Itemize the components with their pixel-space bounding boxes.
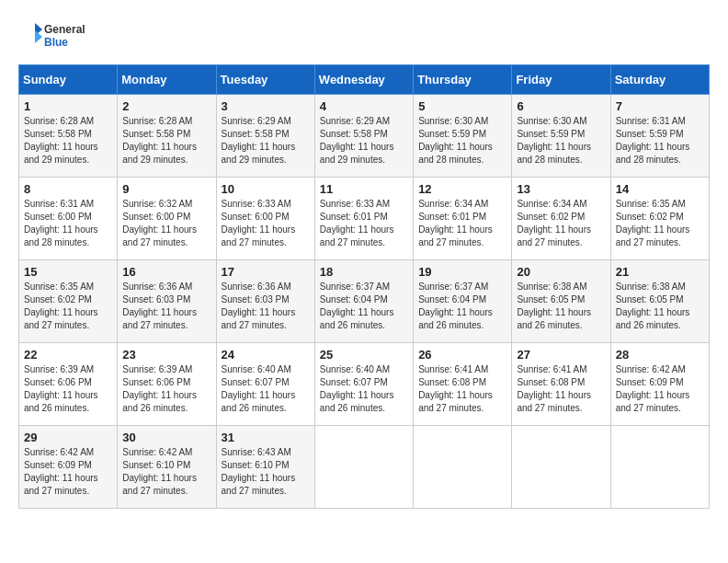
cell-content: Sunrise: 6:43 AMSunset: 6:10 PMDaylight:… bbox=[222, 447, 296, 496]
col-header-wednesday: Wednesday bbox=[314, 65, 413, 95]
calendar-cell: 9Sunrise: 6:32 AMSunset: 6:00 PMDaylight… bbox=[118, 178, 216, 260]
cell-content: Sunrise: 6:33 AMSunset: 6:00 PMDaylight:… bbox=[222, 199, 296, 247]
day-number: 22 bbox=[24, 348, 112, 362]
calendar-cell: 5Sunrise: 6:30 AMSunset: 5:59 PMDaylight… bbox=[414, 95, 512, 178]
calendar-cell: 18Sunrise: 6:37 AMSunset: 6:04 PMDayligh… bbox=[314, 260, 413, 343]
col-header-tuesday: Tuesday bbox=[216, 65, 314, 95]
day-number: 27 bbox=[517, 348, 605, 362]
calendar-cell: 25Sunrise: 6:40 AMSunset: 6:07 PMDayligh… bbox=[314, 343, 413, 426]
cell-content: Sunrise: 6:29 AMSunset: 5:58 PMDaylight:… bbox=[320, 116, 394, 165]
page-header: General Blue bbox=[18, 18, 710, 55]
svg-text:General: General bbox=[44, 23, 85, 36]
calendar-cell: 3Sunrise: 6:29 AMSunset: 5:58 PMDaylight… bbox=[216, 95, 314, 178]
day-number: 13 bbox=[517, 182, 605, 196]
day-number: 15 bbox=[24, 265, 112, 279]
calendar-cell: 26Sunrise: 6:41 AMSunset: 6:08 PMDayligh… bbox=[414, 343, 512, 426]
day-number: 25 bbox=[320, 348, 408, 362]
calendar-cell: 23Sunrise: 6:39 AMSunset: 6:06 PMDayligh… bbox=[118, 343, 216, 426]
svg-text:Blue: Blue bbox=[44, 36, 68, 49]
cell-content: Sunrise: 6:32 AMSunset: 6:00 PMDaylight:… bbox=[122, 199, 197, 247]
day-number: 14 bbox=[616, 182, 704, 196]
day-number: 17 bbox=[222, 265, 310, 279]
cell-content: Sunrise: 6:41 AMSunset: 6:08 PMDaylight:… bbox=[517, 364, 591, 413]
cell-content: Sunrise: 6:40 AMSunset: 6:07 PMDaylight:… bbox=[222, 364, 296, 413]
cell-content: Sunrise: 6:38 AMSunset: 6:05 PMDaylight:… bbox=[616, 282, 690, 330]
logo: General Blue bbox=[18, 18, 110, 55]
calendar-cell: 20Sunrise: 6:38 AMSunset: 6:05 PMDayligh… bbox=[512, 260, 610, 343]
calendar-cell: 27Sunrise: 6:41 AMSunset: 6:08 PMDayligh… bbox=[512, 343, 610, 426]
day-number: 5 bbox=[418, 99, 506, 113]
calendar-cell: 22Sunrise: 6:39 AMSunset: 6:06 PMDayligh… bbox=[19, 343, 118, 426]
day-number: 8 bbox=[24, 182, 112, 196]
day-number: 23 bbox=[122, 348, 210, 362]
col-header-thursday: Thursday bbox=[414, 65, 512, 95]
calendar-cell: 30Sunrise: 6:42 AMSunset: 6:10 PMDayligh… bbox=[118, 426, 216, 509]
day-number: 16 bbox=[122, 265, 210, 279]
cell-content: Sunrise: 6:28 AMSunset: 5:58 PMDaylight:… bbox=[24, 116, 98, 165]
day-number: 24 bbox=[222, 348, 310, 362]
col-header-saturday: Saturday bbox=[610, 65, 709, 95]
cell-content: Sunrise: 6:30 AMSunset: 5:59 PMDaylight:… bbox=[517, 116, 591, 165]
calendar-cell: 21Sunrise: 6:38 AMSunset: 6:05 PMDayligh… bbox=[610, 260, 709, 343]
calendar-cell: 12Sunrise: 6:34 AMSunset: 6:01 PMDayligh… bbox=[414, 178, 512, 260]
cell-content: Sunrise: 6:31 AMSunset: 5:59 PMDaylight:… bbox=[616, 116, 690, 165]
calendar-cell bbox=[414, 426, 512, 509]
cell-content: Sunrise: 6:29 AMSunset: 5:58 PMDaylight:… bbox=[222, 116, 296, 165]
calendar-cell: 4Sunrise: 6:29 AMSunset: 5:58 PMDaylight… bbox=[314, 95, 413, 178]
cell-content: Sunrise: 6:37 AMSunset: 6:04 PMDaylight:… bbox=[320, 282, 394, 330]
cell-content: Sunrise: 6:42 AMSunset: 6:10 PMDaylight:… bbox=[122, 447, 197, 496]
day-number: 20 bbox=[517, 265, 605, 279]
day-number: 2 bbox=[122, 99, 210, 113]
calendar-cell bbox=[610, 426, 709, 509]
day-number: 10 bbox=[222, 182, 310, 196]
week-row-1: 1Sunrise: 6:28 AMSunset: 5:58 PMDaylight… bbox=[19, 95, 710, 178]
calendar-cell: 6Sunrise: 6:30 AMSunset: 5:59 PMDaylight… bbox=[512, 95, 610, 178]
cell-content: Sunrise: 6:37 AMSunset: 6:04 PMDaylight:… bbox=[418, 282, 493, 330]
calendar-cell: 17Sunrise: 6:36 AMSunset: 6:03 PMDayligh… bbox=[216, 260, 314, 343]
cell-content: Sunrise: 6:35 AMSunset: 6:02 PMDaylight:… bbox=[616, 199, 690, 247]
cell-content: Sunrise: 6:31 AMSunset: 6:00 PMDaylight:… bbox=[24, 199, 98, 247]
week-row-3: 15Sunrise: 6:35 AMSunset: 6:02 PMDayligh… bbox=[19, 260, 710, 343]
day-number: 29 bbox=[24, 431, 112, 444]
day-number: 19 bbox=[418, 265, 506, 279]
day-number: 6 bbox=[517, 99, 605, 113]
day-number: 7 bbox=[616, 99, 704, 113]
calendar-cell: 19Sunrise: 6:37 AMSunset: 6:04 PMDayligh… bbox=[414, 260, 512, 343]
day-number: 12 bbox=[418, 182, 506, 196]
cell-content: Sunrise: 6:42 AMSunset: 6:09 PMDaylight:… bbox=[616, 364, 690, 413]
cell-content: Sunrise: 6:36 AMSunset: 6:03 PMDaylight:… bbox=[222, 282, 296, 330]
day-number: 26 bbox=[418, 348, 506, 362]
col-header-sunday: Sunday bbox=[19, 65, 118, 95]
cell-content: Sunrise: 6:40 AMSunset: 6:07 PMDaylight:… bbox=[320, 364, 394, 413]
cell-content: Sunrise: 6:34 AMSunset: 6:02 PMDaylight:… bbox=[517, 199, 591, 247]
calendar-cell: 24Sunrise: 6:40 AMSunset: 6:07 PMDayligh… bbox=[216, 343, 314, 426]
cell-content: Sunrise: 6:38 AMSunset: 6:05 PMDaylight:… bbox=[517, 282, 591, 330]
cell-content: Sunrise: 6:28 AMSunset: 5:58 PMDaylight:… bbox=[122, 116, 197, 165]
cell-content: Sunrise: 6:30 AMSunset: 5:59 PMDaylight:… bbox=[418, 116, 493, 165]
cell-content: Sunrise: 6:41 AMSunset: 6:08 PMDaylight:… bbox=[418, 364, 493, 413]
day-number: 3 bbox=[222, 99, 310, 113]
week-row-5: 29Sunrise: 6:42 AMSunset: 6:09 PMDayligh… bbox=[19, 426, 710, 509]
calendar-cell: 10Sunrise: 6:33 AMSunset: 6:00 PMDayligh… bbox=[216, 178, 314, 260]
day-number: 4 bbox=[320, 99, 408, 113]
cell-content: Sunrise: 6:39 AMSunset: 6:06 PMDaylight:… bbox=[122, 364, 197, 413]
calendar-cell: 28Sunrise: 6:42 AMSunset: 6:09 PMDayligh… bbox=[610, 343, 709, 426]
calendar-cell: 29Sunrise: 6:42 AMSunset: 6:09 PMDayligh… bbox=[19, 426, 118, 509]
cell-content: Sunrise: 6:33 AMSunset: 6:01 PMDaylight:… bbox=[320, 199, 394, 247]
week-row-4: 22Sunrise: 6:39 AMSunset: 6:06 PMDayligh… bbox=[19, 343, 710, 426]
day-number: 28 bbox=[616, 348, 704, 362]
cell-content: Sunrise: 6:42 AMSunset: 6:09 PMDaylight:… bbox=[24, 447, 98, 496]
calendar-cell bbox=[314, 426, 413, 509]
calendar-table: SundayMondayTuesdayWednesdayThursdayFrid… bbox=[18, 64, 710, 509]
day-number: 9 bbox=[122, 182, 210, 196]
week-row-2: 8Sunrise: 6:31 AMSunset: 6:00 PMDaylight… bbox=[19, 178, 710, 260]
calendar-cell: 14Sunrise: 6:35 AMSunset: 6:02 PMDayligh… bbox=[610, 178, 709, 260]
cell-content: Sunrise: 6:34 AMSunset: 6:01 PMDaylight:… bbox=[418, 199, 493, 247]
calendar-cell: 11Sunrise: 6:33 AMSunset: 6:01 PMDayligh… bbox=[314, 178, 413, 260]
day-number: 11 bbox=[320, 182, 408, 196]
day-number: 1 bbox=[24, 99, 112, 113]
cell-content: Sunrise: 6:35 AMSunset: 6:02 PMDaylight:… bbox=[24, 282, 98, 330]
day-number: 18 bbox=[320, 265, 408, 279]
logo-svg: General Blue bbox=[18, 18, 110, 55]
day-number: 31 bbox=[222, 431, 310, 444]
